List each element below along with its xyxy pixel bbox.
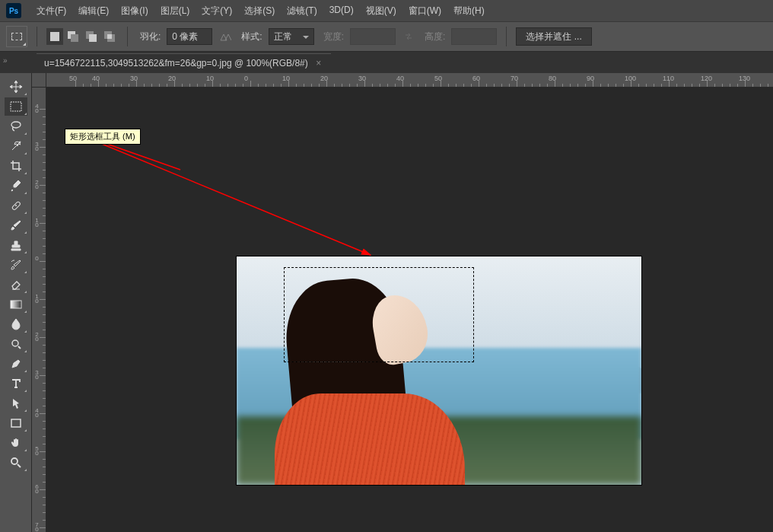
svg-rect-0 [11, 102, 21, 111]
marquee-selection[interactable] [284, 267, 474, 362]
toolbox [0, 73, 32, 532]
canvas-area: 5040302010010203040506070809010011012013… [32, 73, 773, 532]
expand-panels-icon[interactable] [3, 55, 12, 64]
selection-new-button[interactable] [46, 28, 63, 45]
svg-rect-5 [11, 419, 21, 427]
zoom-tool[interactable] [5, 454, 27, 472]
close-tab-button[interactable]: × [314, 59, 323, 68]
current-tool-indicator[interactable] [6, 26, 27, 47]
dodge-tool[interactable] [5, 335, 27, 353]
stamp-tool[interactable] [5, 236, 27, 254]
lasso-tool[interactable] [5, 117, 27, 135]
document-image[interactable] [237, 256, 641, 485]
rectangle-tool[interactable] [5, 414, 27, 432]
path-select-tool[interactable] [5, 394, 27, 413]
svg-point-6 [11, 458, 17, 464]
feather-label: 羽化: [140, 30, 161, 43]
horizontal-ruler[interactable]: 5040302010010203040506070809010011012013… [46, 73, 773, 88]
tool-tooltip: 矩形选框工具 (M) [65, 129, 141, 145]
selection-subtract-button[interactable] [83, 28, 100, 45]
svg-point-4 [12, 340, 18, 346]
style-select[interactable]: 正常 [269, 28, 314, 45]
eraser-tool[interactable] [5, 276, 27, 294]
menu-bar: Ps 文件(F)编辑(E)图像(I)图层(L)文字(Y)选择(S)滤镜(T)3D… [0, 0, 773, 21]
app-logo-icon: Ps [6, 3, 21, 18]
feather-input[interactable] [167, 28, 212, 45]
menu-item[interactable]: 编辑(E) [72, 2, 115, 21]
hand-tool[interactable] [5, 434, 27, 452]
menu-item[interactable]: 窗口(W) [402, 2, 447, 21]
blur-tool[interactable] [5, 315, 27, 333]
type-tool[interactable] [5, 374, 27, 393]
canvas[interactable]: 矩形选框工具 (M) [46, 88, 773, 532]
document-tabs: u=1546722115,3049513262&fm=26&gp=0.jpg @… [0, 52, 773, 73]
pen-tool[interactable] [5, 355, 27, 373]
svg-rect-3 [11, 301, 21, 308]
menu-item[interactable]: 选择(S) [238, 2, 281, 21]
document-tab[interactable]: u=1546722115,3049513262&fm=26&gp=0.jpg @… [37, 53, 331, 72]
history-brush-tool[interactable] [5, 256, 27, 274]
options-bar: 羽化: 样式: 正常 宽度: 高度: 选择并遮住 ... [0, 21, 773, 52]
style-label: 样式: [241, 30, 262, 43]
selection-add-button[interactable] [65, 28, 81, 45]
menu-item[interactable]: 文件(F) [30, 2, 72, 21]
ruler-origin[interactable] [32, 73, 46, 88]
antialias-icon [218, 30, 232, 43]
swap-icon [402, 30, 415, 43]
crop-tool[interactable] [5, 157, 27, 175]
selection-mode-group [46, 28, 118, 45]
gradient-tool[interactable] [5, 295, 27, 314]
divider [506, 27, 507, 46]
menu-item[interactable]: 3D(D) [323, 2, 360, 21]
selection-intersect-button[interactable] [101, 28, 118, 45]
vertical-ruler[interactable]: 40302010010203040506070 [32, 88, 46, 532]
height-input [451, 28, 497, 45]
marquee-tool[interactable] [5, 97, 27, 116]
svg-point-2 [15, 205, 17, 206]
marquee-icon [11, 33, 22, 40]
healing-tool[interactable] [5, 196, 27, 215]
brush-tool[interactable] [5, 216, 27, 234]
divider [127, 27, 128, 46]
divider [37, 27, 37, 46]
select-and-mask-button[interactable]: 选择并遮住 ... [516, 27, 591, 46]
menu-item[interactable]: 文字(Y) [196, 2, 238, 21]
height-label: 高度: [425, 30, 445, 43]
menu-item[interactable]: 帮助(H) [447, 2, 491, 21]
eyedropper-tool[interactable] [5, 177, 27, 195]
svg-line-7 [72, 132, 371, 255]
quick-select-tool[interactable] [5, 137, 27, 155]
menu-item[interactable]: 图层(L) [154, 2, 196, 21]
document-tab-label: u=1546722115,3049513262&fm=26&gp=0.jpg @… [44, 58, 308, 68]
menu-item[interactable]: 图像(I) [115, 2, 154, 21]
width-label: 宽度: [323, 30, 344, 43]
menu-item[interactable]: 视图(V) [360, 2, 402, 21]
menu-item[interactable]: 滤镜(T) [281, 2, 323, 21]
width-input [350, 28, 396, 45]
move-tool[interactable] [5, 78, 27, 96]
